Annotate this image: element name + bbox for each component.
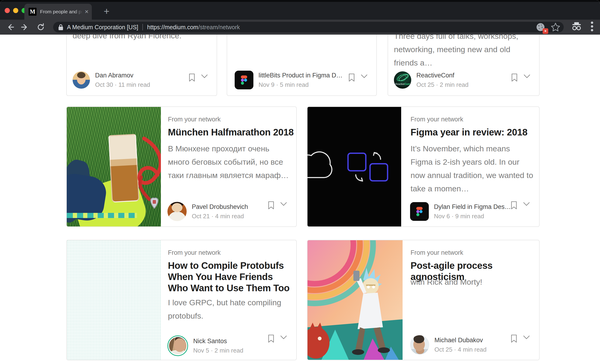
article-image-grass-medal-photo[interactable]: [67, 107, 161, 227]
cookie-blocked-badge: ×: [543, 28, 548, 34]
article-meta: Nov 5 · 2 min read: [193, 347, 243, 354]
toolbar-right-icons: [571, 21, 593, 33]
article-meta: Oct 21 · 4 min read: [192, 213, 248, 220]
site-identity-label: A Medium Corporation [US]: [67, 24, 138, 31]
author-name[interactable]: Pavel Drobushevich: [192, 203, 248, 210]
card-actions: [511, 73, 530, 82]
article-snippet: It’s November, which means Figma is 2-is…: [411, 142, 534, 195]
author-row: Michael Dubakov Oct 25 · 4 min read: [410, 335, 487, 355]
lock-icon: [58, 24, 63, 30]
card-actions: [511, 335, 530, 343]
bookmark-icon[interactable]: [348, 73, 355, 82]
article-snippet: Three days full of talks, workshops, net…: [394, 35, 529, 70]
figma-cloud-sync-art: [308, 107, 401, 227]
new-tab-button[interactable]: +: [100, 5, 113, 18]
photo-medal-ribbon-art: [67, 107, 161, 227]
article-card[interactable]: Three days full of talks, workshops, net…: [388, 35, 540, 96]
article-image-dot-pattern[interactable]: [67, 240, 161, 360]
author-name[interactable]: Michael Dubakov: [434, 337, 487, 344]
publication-avatar-figma[interactable]: [235, 71, 253, 89]
article-card[interactable]: From your network München Halfmarathon 2…: [66, 106, 297, 227]
chevron-down-icon[interactable]: [361, 74, 367, 79]
author-avatar[interactable]: [73, 71, 90, 89]
bookmark-icon[interactable]: [511, 73, 517, 82]
article-card[interactable]: From your network Post-agile process agn…: [307, 240, 540, 360]
reactiveconf-wordmark: ReactiveConf: [395, 83, 410, 85]
url-text: https://medium.com/stream/network: [147, 24, 240, 31]
incognito-icon: [571, 22, 583, 31]
article-snippet: В Мюнхене проходит очень много беговых с…: [168, 142, 290, 182]
article-title[interactable]: How to Compile Protobufs When You Have F…: [168, 260, 292, 294]
bookmark-icon[interactable]: [189, 73, 195, 82]
article-image-rick-and-morty[interactable]: [308, 240, 403, 360]
tab-title: From people and publications y: [40, 9, 83, 15]
cookie-blocker-extension-icon[interactable]: ×: [536, 22, 545, 32]
publication-avatar-reactiveconf[interactable]: ReactiveConf: [394, 71, 411, 89]
kicker-label: From your network: [168, 116, 221, 123]
address-bar[interactable]: A Medium Corporation [US] https://medium…: [53, 22, 564, 33]
card-actions: [348, 73, 367, 82]
window-top-edge: [0, 0, 600, 2]
bookmark-page-button[interactable]: [551, 22, 560, 32]
url-host: https://medium.com: [147, 24, 198, 30]
card-actions: [189, 73, 208, 82]
tab-bar: M From people and publications y × +: [0, 2, 600, 20]
three-dot-menu-icon: [591, 21, 593, 32]
traffic-lights: [5, 8, 27, 13]
bookmark-icon[interactable]: [511, 335, 517, 343]
chrome-menu-button[interactable]: [591, 21, 593, 33]
back-button[interactable]: [4, 21, 16, 33]
bookmark-icon[interactable]: [268, 201, 274, 209]
chevron-down-icon[interactable]: [201, 74, 208, 79]
chevron-down-icon[interactable]: [523, 202, 530, 206]
author-row: ReactiveConf ReactiveConf Oct 25 · 2 min…: [394, 70, 469, 90]
bookmark-icon[interactable]: [511, 201, 517, 209]
window-close-button[interactable]: [5, 8, 10, 13]
author-name[interactable]: Dan Abramov: [95, 72, 150, 79]
bookmark-icon[interactable]: [268, 335, 274, 343]
author-avatar[interactable]: [168, 202, 187, 221]
article-snippet: with Rick and Morty!: [411, 275, 532, 289]
browser-window: M From people and publications y × + A M…: [0, 0, 600, 364]
window-minimize-button[interactable]: [13, 8, 18, 13]
chevron-down-icon[interactable]: [524, 74, 530, 79]
tab-close-icon[interactable]: ×: [85, 9, 89, 15]
figma-logo-icon: [416, 207, 423, 216]
medium-favicon: M: [28, 8, 37, 16]
reload-button[interactable]: [35, 21, 47, 33]
author-name[interactable]: littleBits Product in Figma D…: [259, 72, 343, 79]
chevron-down-icon[interactable]: [523, 336, 530, 340]
article-card[interactable]: littleBits Product in Figma D… Nov 9 · 5…: [227, 35, 377, 96]
article-snippet: I love GRPC, but hate compiling protobuf…: [168, 296, 285, 323]
article-meta: Oct 30 · 11 min read: [95, 81, 150, 88]
author-avatar[interactable]: [169, 337, 187, 355]
author-row: Pavel Drobushevich Oct 21 · 4 min read: [168, 201, 248, 222]
author-name[interactable]: Dylan Field in Figma Des…: [434, 203, 511, 210]
article-title[interactable]: Figma year in review: 2018: [411, 127, 537, 138]
author-avatar-figma[interactable]: [410, 202, 429, 221]
card-actions: [268, 335, 287, 343]
kicker-label: From your network: [411, 116, 463, 123]
chevron-down-icon[interactable]: [280, 202, 287, 206]
article-title[interactable]: München Halfmarathon 2018: [168, 127, 294, 138]
chevron-down-icon[interactable]: [280, 336, 287, 340]
incognito-avatar-button[interactable]: [571, 22, 583, 32]
author-row: Dylan Field in Figma Des… Nov 6 · 9 min …: [410, 201, 511, 222]
forward-arrow-icon: [20, 23, 29, 32]
photo-striped-band: [67, 213, 137, 218]
author-name[interactable]: Nick Santos: [193, 337, 243, 345]
card-actions: [511, 201, 530, 209]
article-snippet: deep dive from Ryan Florence.: [73, 35, 181, 42]
bookmark-star-icon: [551, 22, 560, 32]
author-avatar[interactable]: [410, 335, 429, 355]
browser-tab[interactable]: M From people and publications y ×: [24, 4, 92, 20]
kicker-label: From your network: [411, 249, 463, 256]
author-row: Nick Santos Nov 5 · 2 min read: [168, 336, 243, 356]
article-card[interactable]: deep dive from Ryan Florence. Dan Abramo…: [66, 35, 217, 96]
article-meta: Nov 9 · 5 min read: [259, 81, 343, 88]
forward-button[interactable]: [19, 21, 31, 33]
article-image-figma-illustration[interactable]: [308, 107, 401, 227]
author-name[interactable]: ReactiveConf: [416, 72, 469, 79]
article-card[interactable]: From your network How to Compile Protobu…: [66, 240, 297, 360]
article-card[interactable]: From your network Figma year in review: …: [307, 106, 540, 227]
